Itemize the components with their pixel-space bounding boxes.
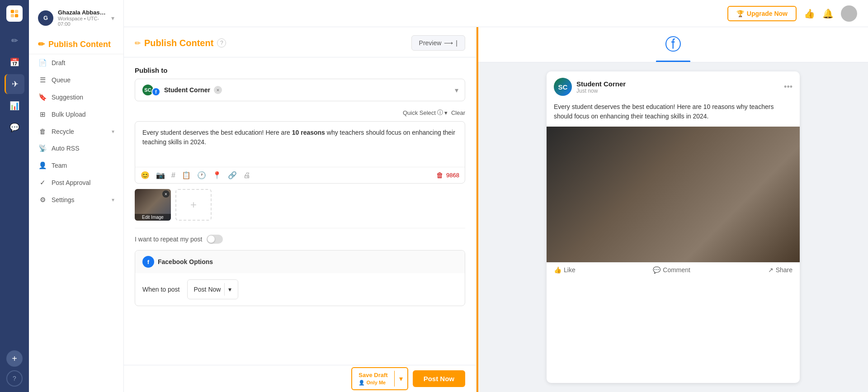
publisher-panel: ✏ Publish Content ? Preview ⟶ | Publish … bbox=[124, 27, 476, 392]
location-icon[interactable]: 📍 bbox=[212, 171, 222, 179]
quick-select-chevron-icon: ▾ bbox=[444, 109, 448, 116]
post-now-button[interactable]: Post Now bbox=[413, 370, 465, 387]
queue-icon: ☰ bbox=[38, 76, 47, 84]
sidebar-help-button[interactable]: ? bbox=[6, 370, 23, 387]
hashtag-icon[interactable]: # bbox=[171, 171, 175, 179]
document-icon[interactable]: 📋 bbox=[182, 171, 191, 179]
nav-item-suggestion[interactable]: 🔖 Suggestion bbox=[29, 89, 123, 106]
topbar: 🏆 Upgrade Now 👍 🔔 bbox=[124, 0, 868, 27]
sidebar-add-button[interactable]: + bbox=[6, 350, 23, 367]
preview-arrow-icon: ⟶ bbox=[444, 39, 453, 47]
nav-item-recycle-label: Recycle bbox=[52, 128, 74, 135]
preview-btn-area: Preview ⟶ | bbox=[411, 35, 465, 51]
channel-avatars: SC f bbox=[142, 84, 160, 96]
nav-item-draft[interactable]: 📄 Draft bbox=[29, 54, 123, 71]
post-now-select[interactable]: Post Now ▾ bbox=[187, 279, 239, 299]
facebook-tab-icon: ⓕ bbox=[665, 35, 681, 53]
share-icon: ↗ bbox=[768, 266, 774, 274]
publisher-help-button[interactable]: ? bbox=[217, 38, 226, 47]
info-icon: ⓘ bbox=[437, 109, 443, 117]
print-icon[interactable]: 🖨 bbox=[243, 171, 250, 179]
bell-icon[interactable]: 🔔 bbox=[822, 8, 834, 19]
settings-chevron-icon: ▾ bbox=[112, 197, 114, 203]
char-count-area: 🗑 9868 bbox=[436, 171, 459, 179]
media-close-button[interactable]: × bbox=[162, 190, 170, 198]
thumbs-up-icon[interactable]: 👍 bbox=[804, 8, 815, 19]
bulk-upload-icon: ⊞ bbox=[38, 110, 47, 118]
nav-item-team-label: Team bbox=[52, 162, 67, 169]
text-editor: Every student deserves the best educatio… bbox=[135, 121, 465, 184]
channel-selector[interactable]: SC f Student Corner × ▾ bbox=[135, 79, 465, 101]
emoji-icon[interactable]: 😊 bbox=[141, 171, 150, 179]
repeat-row: I want to repeat my post bbox=[135, 228, 465, 250]
delete-icon[interactable]: 🗑 bbox=[436, 171, 443, 179]
upgrade-button[interactable]: 🏆 Upgrade Now bbox=[727, 6, 797, 21]
preview-button[interactable]: Preview ⟶ | bbox=[411, 35, 465, 51]
camera-icon[interactable]: 📷 bbox=[156, 171, 165, 179]
sidebar-bottom: + ? bbox=[6, 350, 23, 387]
clear-button[interactable]: Clear bbox=[451, 109, 465, 116]
preview-panel-icon: | bbox=[456, 39, 458, 47]
clock-icon[interactable]: 🕐 bbox=[197, 171, 206, 179]
user-avatar[interactable] bbox=[841, 5, 857, 22]
repeat-toggle[interactable] bbox=[207, 235, 223, 244]
quick-select-row: Quick Select ⓘ ▾ Clear bbox=[135, 109, 465, 117]
fb-comment-button[interactable]: 💬 Comment bbox=[653, 266, 690, 274]
sidebar-item-compose[interactable]: ✏ bbox=[5, 31, 24, 51]
edit-image-label[interactable]: Edit Image bbox=[135, 214, 171, 221]
workspace-chevron-icon: ▾ bbox=[111, 14, 114, 22]
toggle-knob bbox=[208, 236, 215, 243]
team-icon: 👤 bbox=[38, 161, 47, 170]
when-to-post-label: When to post bbox=[142, 286, 180, 293]
nav-item-recycle[interactable]: 🗑 Recycle ▾ bbox=[29, 123, 123, 140]
save-draft-chevron-button[interactable]: ▾ bbox=[394, 371, 407, 387]
fb-post-text: Every student deserves the best educatio… bbox=[547, 102, 800, 127]
fb-options-header[interactable]: f Facebook Options bbox=[135, 250, 465, 273]
workspace-selector[interactable]: G Ghazala Abbas's Wor... Workspace • UTC… bbox=[29, 0, 123, 31]
person-icon: 👤 bbox=[359, 380, 365, 385]
save-draft-button[interactable]: Save Draft 👤 Only Me ▾ bbox=[351, 367, 408, 390]
nav-item-draft-label: Draft bbox=[52, 59, 65, 66]
publisher-content: Publish to SC f Student Corner × ▾ Quick… bbox=[124, 57, 476, 365]
fb-options-section: f Facebook Options When to post Post Now… bbox=[135, 250, 465, 306]
sidebar-item-inbox[interactable]: 💬 bbox=[5, 118, 24, 137]
fb-post-options-icon[interactable]: ••• bbox=[784, 82, 793, 92]
channel-close-button[interactable]: × bbox=[214, 86, 222, 94]
fb-post-actions: 👍 Like 💬 Comment ↗ Share bbox=[547, 262, 800, 277]
nav-item-post-approval[interactable]: ✓ Post Approval bbox=[29, 174, 123, 191]
media-row: × Edit Image + bbox=[135, 189, 465, 221]
nav-item-settings[interactable]: ⚙ Settings ▾ bbox=[29, 191, 123, 208]
auto-rss-icon: 📡 bbox=[38, 144, 47, 152]
main-area: 🏆 Upgrade Now 👍 🔔 ✏ Publish Content ? Pr… bbox=[124, 0, 868, 392]
sidebar-item-publish[interactable]: ✈ bbox=[5, 74, 24, 94]
sidebar: ✏ 📅 ✈ 📊 💬 + ? bbox=[0, 0, 29, 392]
workspace-avatar: G bbox=[38, 10, 53, 26]
sidebar-item-analytics[interactable]: 📊 bbox=[5, 96, 24, 116]
fb-share-button[interactable]: ↗ Share bbox=[768, 266, 793, 274]
nav-item-bulk-upload[interactable]: ⊞ Bulk Upload bbox=[29, 106, 123, 123]
link-icon[interactable]: 🔗 bbox=[228, 171, 237, 179]
media-add-button[interactable]: + bbox=[175, 189, 212, 221]
nav-item-suggestion-label: Suggestion bbox=[52, 94, 83, 101]
save-draft-main[interactable]: Save Draft 👤 Only Me bbox=[352, 368, 394, 389]
nav-item-settings-label: Settings bbox=[52, 196, 75, 203]
nav-item-team[interactable]: 👤 Team bbox=[29, 157, 123, 174]
media-thumbnail[interactable]: × Edit Image bbox=[135, 189, 171, 221]
sidebar-item-calendar[interactable]: 📅 bbox=[5, 52, 24, 72]
nav-item-queue[interactable]: ☰ Queue bbox=[29, 71, 123, 89]
publisher-title: Publish Content bbox=[144, 38, 213, 48]
app-logo[interactable] bbox=[6, 5, 23, 22]
post-text-area[interactable]: Every student deserves the best educatio… bbox=[135, 122, 465, 167]
channel-dropdown-icon[interactable]: ▾ bbox=[455, 86, 458, 94]
comment-icon: 💬 bbox=[653, 266, 660, 274]
editor-toolbar: 😊 📷 # 📋 🕐 📍 🔗 🖨 🗑 9868 bbox=[135, 167, 465, 183]
fb-like-button[interactable]: 👍 Like bbox=[554, 266, 576, 274]
nav-item-auto-rss[interactable]: 📡 Auto RSS bbox=[29, 140, 123, 157]
fb-post-info: Student Corner Just now bbox=[576, 80, 779, 94]
preview-tab-facebook[interactable]: ⓕ bbox=[656, 27, 690, 62]
svg-rect-2 bbox=[11, 14, 14, 17]
quick-select-button[interactable]: Quick Select ⓘ ▾ bbox=[403, 109, 448, 117]
preview-panel: ⓕ SC Student Corner Just now ••• bbox=[478, 27, 868, 392]
content-area: ✏ Publish Content ? Preview ⟶ | Publish … bbox=[124, 27, 868, 392]
like-icon: 👍 bbox=[554, 266, 561, 274]
